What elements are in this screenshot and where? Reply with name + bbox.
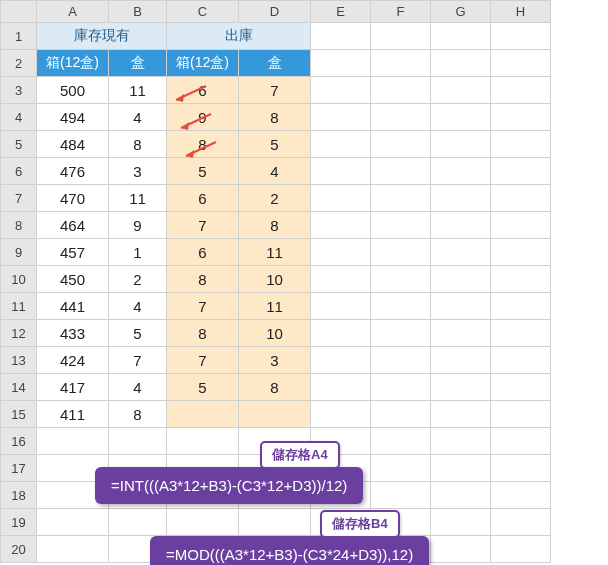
arrow-annotation-3 xyxy=(180,140,220,160)
subheader-unit-d[interactable]: 盒 xyxy=(239,50,311,77)
cell-B12[interactable]: 5 xyxy=(109,320,167,347)
row-header-14[interactable]: 14 xyxy=(1,374,37,401)
cell-B7[interactable]: 11 xyxy=(109,185,167,212)
col-header-C[interactable]: C xyxy=(167,1,239,23)
formula-box-b4: =MOD(((A3*12+B3)-(C3*24+D3)),12) xyxy=(150,536,429,565)
row-header-6[interactable]: 6 xyxy=(1,158,37,185)
cell-C14[interactable]: 5 xyxy=(167,374,239,401)
row-header-18[interactable]: 18 xyxy=(1,482,37,509)
col-header-D[interactable]: D xyxy=(239,1,311,23)
arrow-annotation-1 xyxy=(170,84,210,104)
cell-B14[interactable]: 4 xyxy=(109,374,167,401)
cell-C12[interactable]: 8 xyxy=(167,320,239,347)
col-header-G[interactable]: G xyxy=(431,1,491,23)
cell-B15[interactable]: 8 xyxy=(109,401,167,428)
row-header-11[interactable]: 11 xyxy=(1,293,37,320)
col-header-E[interactable]: E xyxy=(311,1,371,23)
cell-B6[interactable]: 3 xyxy=(109,158,167,185)
col-header-B[interactable]: B xyxy=(109,1,167,23)
cell-D8[interactable]: 8 xyxy=(239,212,311,239)
arrow-annotation-2 xyxy=(175,112,215,132)
row-header-3[interactable]: 3 xyxy=(1,77,37,104)
cell-A13[interactable]: 424 xyxy=(37,347,109,374)
cell-A12[interactable]: 433 xyxy=(37,320,109,347)
cell-A7[interactable]: 470 xyxy=(37,185,109,212)
row-header-9[interactable]: 9 xyxy=(1,239,37,266)
row-header-20[interactable]: 20 xyxy=(1,536,37,563)
row-header-17[interactable]: 17 xyxy=(1,455,37,482)
cell-D3[interactable]: 7 xyxy=(239,77,311,104)
cell-A5[interactable]: 484 xyxy=(37,131,109,158)
col-header-H[interactable]: H xyxy=(491,1,551,23)
cell-C11[interactable]: 7 xyxy=(167,293,239,320)
cell-A3[interactable]: 500 xyxy=(37,77,109,104)
cell-B3[interactable]: 11 xyxy=(109,77,167,104)
cell-A9[interactable]: 457 xyxy=(37,239,109,266)
cell-B13[interactable]: 7 xyxy=(109,347,167,374)
row-header-10[interactable]: 10 xyxy=(1,266,37,293)
cell-A6[interactable]: 476 xyxy=(37,158,109,185)
cell-D5[interactable]: 5 xyxy=(239,131,311,158)
cell-A15[interactable]: 411 xyxy=(37,401,109,428)
row-header-2[interactable]: 2 xyxy=(1,50,37,77)
cell-B9[interactable]: 1 xyxy=(109,239,167,266)
cell-A11[interactable]: 441 xyxy=(37,293,109,320)
header-inventory[interactable]: 庫存現有 xyxy=(37,23,167,50)
row-header-19[interactable]: 19 xyxy=(1,509,37,536)
col-header-F[interactable]: F xyxy=(371,1,431,23)
cell-C9[interactable]: 6 xyxy=(167,239,239,266)
row-header-5[interactable]: 5 xyxy=(1,131,37,158)
row-header-15[interactable]: 15 xyxy=(1,401,37,428)
formula-box-a4: =INT(((A3*12+B3)-(C3*12+D3))/12) xyxy=(95,467,363,504)
cell-B5[interactable]: 8 xyxy=(109,131,167,158)
cell-A14[interactable]: 417 xyxy=(37,374,109,401)
cell-D10[interactable]: 10 xyxy=(239,266,311,293)
row-header-7[interactable]: 7 xyxy=(1,185,37,212)
cell-C8[interactable]: 7 xyxy=(167,212,239,239)
row-header-13[interactable]: 13 xyxy=(1,347,37,374)
cell-D11[interactable]: 11 xyxy=(239,293,311,320)
subheader-box-a[interactable]: 箱(12盒) xyxy=(37,50,109,77)
row-header-4[interactable]: 4 xyxy=(1,104,37,131)
cell-B4[interactable]: 4 xyxy=(109,104,167,131)
corner-cell[interactable] xyxy=(1,1,37,23)
row-header-1[interactable]: 1 xyxy=(1,23,37,50)
header-outbound[interactable]: 出庫 xyxy=(167,23,311,50)
row-header-16[interactable]: 16 xyxy=(1,428,37,455)
cell-D4[interactable]: 8 xyxy=(239,104,311,131)
cell-A4[interactable]: 494 xyxy=(37,104,109,131)
cell-C6[interactable]: 5 xyxy=(167,158,239,185)
row-header-12[interactable]: 12 xyxy=(1,320,37,347)
cell-B8[interactable]: 9 xyxy=(109,212,167,239)
svg-marker-1 xyxy=(176,94,184,102)
cell-C15[interactable] xyxy=(167,401,239,428)
subheader-box-c[interactable]: 箱(12盒) xyxy=(167,50,239,77)
cell-B10[interactable]: 2 xyxy=(109,266,167,293)
cell-D14[interactable]: 8 xyxy=(239,374,311,401)
cell-D7[interactable]: 2 xyxy=(239,185,311,212)
col-header-A[interactable]: A xyxy=(37,1,109,23)
cell-C10[interactable]: 8 xyxy=(167,266,239,293)
cell-D12[interactable]: 10 xyxy=(239,320,311,347)
cell-A8[interactable]: 464 xyxy=(37,212,109,239)
row-header-8[interactable]: 8 xyxy=(1,212,37,239)
cell-D9[interactable]: 11 xyxy=(239,239,311,266)
cell-B11[interactable]: 4 xyxy=(109,293,167,320)
cell-A10[interactable]: 450 xyxy=(37,266,109,293)
cell-D6[interactable]: 4 xyxy=(239,158,311,185)
svg-marker-5 xyxy=(186,150,194,158)
cell-C13[interactable]: 7 xyxy=(167,347,239,374)
subheader-unit-b[interactable]: 盒 xyxy=(109,50,167,77)
svg-marker-3 xyxy=(181,122,189,130)
formula-label-a4: 儲存格A4 xyxy=(260,441,340,469)
formula-label-b4: 儲存格B4 xyxy=(320,510,400,538)
cell-D13[interactable]: 3 xyxy=(239,347,311,374)
cell-D15[interactable] xyxy=(239,401,311,428)
cell-C7[interactable]: 6 xyxy=(167,185,239,212)
